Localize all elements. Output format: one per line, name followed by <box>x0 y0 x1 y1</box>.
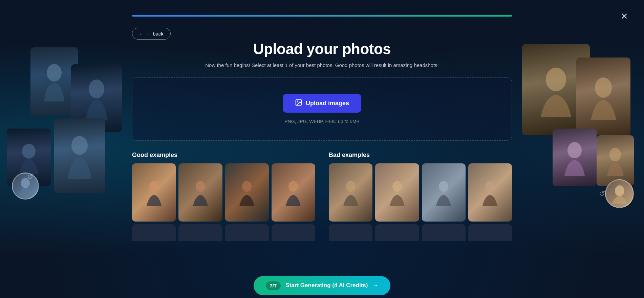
bad-examples-column: Bad examples <box>329 152 512 241</box>
bad-example-photo-3 <box>422 163 466 222</box>
left-collage-photo-3 <box>54 118 105 193</box>
progress-bar-fill <box>132 15 512 17</box>
svg-point-3 <box>22 144 36 159</box>
good-example-photo-1 <box>132 163 176 222</box>
svg-point-7 <box>567 142 582 158</box>
svg-point-16 <box>346 181 356 192</box>
svg-point-17 <box>392 181 402 192</box>
svg-point-13 <box>196 181 205 192</box>
svg-point-1 <box>89 79 104 98</box>
svg-point-12 <box>149 181 159 192</box>
svg-point-2 <box>71 136 88 155</box>
upload-button-label: Upload images <box>306 100 349 107</box>
good-examples-grid <box>132 163 315 222</box>
bottom-bar: 7/7 Start Generating (4 AI Credits) → <box>0 273 644 298</box>
photo-count-badge: 7/7 <box>266 281 281 290</box>
close-icon: ✕ <box>621 11 628 22</box>
start-generating-button[interactable]: 7/7 Start Generating (4 AI Credits) → <box>254 276 391 295</box>
left-photo-collage: ↺ <box>10 47 125 203</box>
bad-example-photo-6 <box>375 224 419 241</box>
bad-example-photo-7 <box>422 224 466 241</box>
right-collage-photo-2 <box>576 58 630 135</box>
bad-example-photo-5 <box>329 224 372 241</box>
upload-dropzone[interactable]: Upload images PNG, JPG, WEBP, HEIC up to… <box>132 77 512 141</box>
svg-point-11 <box>297 101 298 102</box>
good-example-photo-7 <box>225 224 269 241</box>
good-example-photo-5 <box>132 224 176 241</box>
right-collage-circle-photo <box>605 179 634 208</box>
page-title: Upload your photos <box>253 41 391 58</box>
svg-point-18 <box>439 181 448 192</box>
bad-example-photo-4 <box>468 163 512 222</box>
left-collage-circle-photo <box>12 173 39 200</box>
main-content-area: Upload your photos Now the fun begins! S… <box>132 27 512 241</box>
bad-example-photo-2 <box>375 163 419 222</box>
right-arrow-decoration: ↺ <box>599 189 605 198</box>
good-examples-title: Good examples <box>132 152 315 159</box>
upload-images-button[interactable]: Upload images <box>283 94 361 113</box>
svg-point-0 <box>47 64 62 82</box>
good-example-photo-4 <box>272 163 315 222</box>
svg-point-6 <box>595 77 612 98</box>
svg-point-9 <box>615 185 624 196</box>
left-collage-photo-1 <box>30 47 78 115</box>
good-example-photo-2 <box>178 163 222 222</box>
svg-point-14 <box>242 181 252 192</box>
good-examples-row2 <box>132 224 315 241</box>
generate-button-label: Start Generating (4 AI Credits) <box>285 282 368 289</box>
right-collage-photo-3 <box>553 129 597 186</box>
svg-point-8 <box>609 148 621 161</box>
close-button[interactable]: ✕ <box>618 10 630 22</box>
progress-bar-container <box>132 15 512 17</box>
bad-examples-title: Bad examples <box>329 152 512 159</box>
upload-formats-text: PNG, JPG, WEBP, HEIC up to 5MB <box>284 119 359 124</box>
svg-point-19 <box>485 181 495 192</box>
good-example-photo-8 <box>272 224 315 241</box>
good-example-photo-6 <box>178 224 222 241</box>
bad-examples-grid <box>329 163 512 222</box>
generate-arrow-icon: → <box>372 282 378 289</box>
good-examples-column: Good examples <box>132 152 315 241</box>
right-photo-collage: ↺ <box>512 44 637 220</box>
bad-example-photo-1 <box>329 163 372 222</box>
svg-point-15 <box>288 181 298 192</box>
upload-icon <box>295 99 302 108</box>
left-arrow-decoration: ↺ <box>27 173 33 181</box>
examples-section: Good examples <box>132 152 512 241</box>
good-example-photo-3 <box>225 163 269 222</box>
bad-examples-row2 <box>329 224 512 241</box>
bad-example-photo-8 <box>468 224 512 241</box>
right-collage-photo-4 <box>597 135 634 186</box>
page-subtitle: Now the fun begins! Select at least 1 of… <box>205 62 439 68</box>
svg-point-5 <box>546 68 566 91</box>
